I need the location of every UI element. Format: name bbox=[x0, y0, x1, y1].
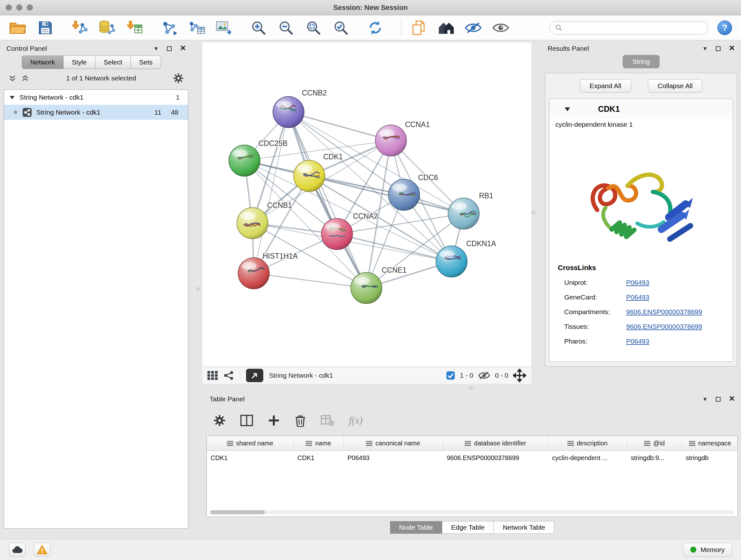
tab-select[interactable]: Select bbox=[95, 56, 131, 69]
close-panel-icon[interactable]: × bbox=[729, 394, 735, 403]
column-header[interactable]: database identifier bbox=[443, 436, 548, 450]
table-cell[interactable]: 9606.ENSP00000378699 bbox=[443, 451, 548, 465]
column-header[interactable]: canonical name bbox=[344, 436, 443, 450]
scrollbar-thumb[interactable] bbox=[210, 510, 265, 514]
maximize-panel-icon[interactable] bbox=[167, 46, 172, 51]
import-table-from-file-button[interactable] bbox=[126, 19, 144, 37]
tab-network[interactable]: Network bbox=[22, 56, 64, 69]
node-RB1[interactable]: RB1 bbox=[448, 192, 493, 229]
maximize-panel-icon[interactable] bbox=[716, 46, 721, 51]
hidden-eye-slash-icon[interactable] bbox=[478, 371, 490, 380]
grid-view-icon[interactable] bbox=[207, 371, 218, 380]
tab-sets[interactable]: Sets bbox=[131, 56, 161, 69]
help-button[interactable]: ? bbox=[718, 20, 732, 35]
node-CDC6[interactable]: CDC6 bbox=[388, 173, 438, 210]
network-and-table-button[interactable] bbox=[188, 19, 205, 37]
apply-layout-button[interactable] bbox=[366, 19, 384, 37]
right-splitter-handle[interactable] bbox=[532, 211, 535, 214]
table-cell[interactable]: stringdb bbox=[682, 451, 738, 465]
float-panel-icon[interactable]: ▼ bbox=[153, 46, 159, 51]
column-header[interactable]: @id bbox=[627, 436, 682, 450]
tab-node-table[interactable]: Node Table bbox=[390, 521, 442, 534]
fit-content-crosshair-icon[interactable] bbox=[513, 369, 526, 382]
pharos-link[interactable]: P06493 bbox=[626, 337, 649, 345]
table-cell[interactable]: cyclin-dependent ... bbox=[548, 451, 627, 465]
column-header[interactable]: name bbox=[293, 436, 344, 450]
hide-panels-button[interactable] bbox=[464, 19, 482, 37]
table-cell[interactable]: P06493 bbox=[344, 451, 443, 465]
tab-network-table[interactable]: Network Table bbox=[494, 521, 554, 534]
collapse-section-icon[interactable] bbox=[564, 106, 570, 112]
add-column-plus-icon[interactable] bbox=[268, 415, 280, 427]
open-session-button[interactable] bbox=[9, 19, 27, 37]
show-panels-button[interactable] bbox=[492, 19, 510, 37]
node-CCNA1[interactable]: CCNA1 bbox=[375, 120, 430, 156]
tab-style[interactable]: Style bbox=[64, 56, 95, 69]
table-cell[interactable]: CDK1 bbox=[207, 451, 293, 465]
zoom-out-button[interactable] bbox=[277, 19, 295, 37]
table-horizontal-scrollbar[interactable] bbox=[210, 510, 734, 514]
node-CDK1[interactable]: CDK1 bbox=[293, 152, 343, 192]
close-panel-icon[interactable]: × bbox=[729, 43, 735, 53]
edge-CCNB2-HIST1H1A[interactable] bbox=[254, 112, 288, 273]
zoom-fit-button[interactable] bbox=[305, 19, 322, 37]
zoom-window-button[interactable] bbox=[27, 4, 33, 10]
open-in-new-view-button[interactable] bbox=[246, 369, 263, 382]
network-view[interactable]: CCNB2CCNA1CDC25BCDK1CDC6RB1CCNB1CCNA2CDK… bbox=[202, 43, 531, 367]
edge-CCNB2-CCNE1[interactable] bbox=[288, 112, 366, 288]
search-input[interactable] bbox=[566, 24, 702, 31]
close-window-button[interactable] bbox=[6, 4, 12, 10]
uniprot-link[interactable]: P06493 bbox=[626, 279, 649, 287]
expand-all-button[interactable]: Expand All bbox=[580, 79, 631, 92]
genecard-link[interactable]: P06493 bbox=[626, 294, 649, 301]
tissues-link[interactable]: 9606.ENSP00000378699 bbox=[626, 323, 702, 330]
import-network-from-database-button[interactable] bbox=[98, 19, 116, 37]
zoom-selected-button[interactable] bbox=[332, 19, 350, 37]
float-panel-icon[interactable]: ▼ bbox=[702, 46, 708, 51]
share-network-icon[interactable] bbox=[223, 371, 234, 380]
maximize-panel-icon[interactable] bbox=[716, 397, 721, 401]
gear-icon[interactable] bbox=[173, 73, 184, 84]
table-cell[interactable]: stringdb:9... bbox=[627, 451, 682, 465]
collapse-tree-icon[interactable] bbox=[21, 74, 29, 82]
node-CCNB2[interactable]: CCNB2 bbox=[273, 89, 327, 128]
column-header[interactable]: shared name bbox=[207, 436, 293, 450]
save-session-button[interactable] bbox=[37, 19, 54, 37]
table-settings-gear-icon[interactable] bbox=[213, 415, 226, 427]
table-cell[interactable]: CDK1 bbox=[293, 451, 344, 465]
edge-CDK1-RB1[interactable] bbox=[309, 176, 464, 213]
tab-string[interactable]: String bbox=[623, 55, 660, 68]
bottom-splitter-handle[interactable] bbox=[469, 386, 473, 390]
delete-column-trash-icon[interactable] bbox=[294, 414, 306, 427]
compartments-link[interactable]: 9606.ENSP00000378699 bbox=[626, 308, 702, 316]
tab-edge-table[interactable]: Edge Table bbox=[442, 521, 494, 534]
column-header[interactable]: namespace bbox=[682, 436, 738, 450]
selected-checkbox-icon[interactable] bbox=[446, 371, 455, 380]
node-CDKN1A[interactable]: CDKN1A bbox=[436, 240, 496, 277]
expand-tree-icon[interactable] bbox=[8, 74, 17, 82]
new-network-button[interactable] bbox=[160, 19, 178, 37]
zoom-in-button[interactable] bbox=[250, 19, 267, 37]
disclosure-triangle-icon[interactable] bbox=[9, 95, 15, 100]
network-collection-row[interactable]: String Network - cdk1 1 bbox=[4, 90, 188, 105]
float-panel-icon[interactable]: ▼ bbox=[702, 396, 708, 402]
left-splitter-handle[interactable] bbox=[196, 287, 199, 291]
warnings-button[interactable] bbox=[34, 543, 51, 557]
minimize-window-button[interactable] bbox=[16, 4, 22, 10]
close-panel-icon[interactable]: × bbox=[180, 43, 186, 53]
export-image-button[interactable] bbox=[215, 19, 233, 37]
node-HIST1H1A[interactable]: HIST1H1A bbox=[238, 252, 298, 289]
network-canvas[interactable]: CCNB2CCNA1CDC25BCDK1CDC6RB1CCNB1CCNA2CDK… bbox=[202, 43, 531, 367]
network-row-selected[interactable]: String Network - cdk1 11 48 bbox=[4, 105, 188, 120]
home-button[interactable] bbox=[437, 19, 455, 37]
cloud-status-button[interactable] bbox=[9, 543, 25, 557]
column-header[interactable]: description bbox=[548, 436, 627, 450]
show-columns-icon[interactable] bbox=[240, 415, 253, 426]
protein-header-row[interactable]: CDK1 bbox=[549, 99, 733, 119]
import-network-from-file-button[interactable] bbox=[71, 19, 89, 37]
memory-button[interactable]: Memory bbox=[683, 543, 732, 557]
copy-document-button[interactable] bbox=[409, 19, 427, 37]
edge-HIST1H1A-CCNE1[interactable] bbox=[254, 273, 366, 288]
collapse-all-button[interactable]: Collapse All bbox=[648, 79, 703, 92]
table-row[interactable]: CDK1 CDK1 P06493 9606.ENSP00000378699 cy… bbox=[207, 451, 738, 465]
